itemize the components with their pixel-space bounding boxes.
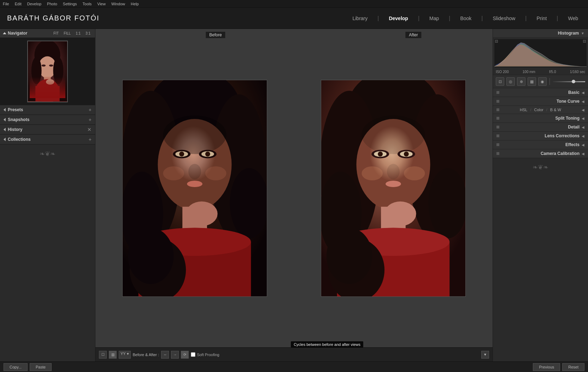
tool-slider[interactable] xyxy=(553,81,585,82)
svg-rect-35 xyxy=(193,205,196,215)
swap-cycle-btn[interactable]: ⟳ Cycles between before and after views xyxy=(181,351,189,359)
menu-photo[interactable]: Photo xyxy=(47,2,57,6)
svg-point-4 xyxy=(53,57,63,84)
svg-point-34 xyxy=(186,201,218,226)
zoom-fill[interactable]: FILL xyxy=(63,31,72,36)
history-header[interactable]: History ✕ xyxy=(0,125,95,134)
nav-print[interactable]: Print xyxy=(534,14,550,23)
view-mode-split-btn[interactable]: ▥ xyxy=(109,351,117,359)
menu-window[interactable]: Window xyxy=(111,2,125,6)
navigator-header[interactable]: Navigator FIT FILL 1:1 3:1 xyxy=(0,29,95,38)
svg-point-9 xyxy=(49,65,53,67)
lens-corrections-title: Lens Corrections xyxy=(501,133,580,138)
bw-tab[interactable]: B & W xyxy=(550,108,561,112)
menu-develop[interactable]: Develop xyxy=(27,2,41,6)
hsl-header[interactable]: HSL / Color / B & W ◀ xyxy=(493,106,588,114)
soft-proofing-toggle[interactable]: Soft Proofing xyxy=(191,352,219,357)
svg-point-8 xyxy=(42,65,46,67)
left-panel-ornament: ❧❦❧ xyxy=(0,145,95,163)
nav-slideshow[interactable]: Slideshow xyxy=(490,14,518,23)
nav-library[interactable]: Library xyxy=(349,14,370,23)
snapshots-header[interactable]: Snapshots + xyxy=(0,115,95,125)
collections-header[interactable]: Collections + xyxy=(0,135,95,144)
navigator-collapse-icon xyxy=(3,32,6,34)
paste-button[interactable]: Paste xyxy=(30,363,52,371)
basic-header[interactable]: Basic ◀ xyxy=(493,88,588,97)
effects-toggle[interactable] xyxy=(496,143,499,146)
menu-edit[interactable]: Edit xyxy=(15,2,22,6)
svg-point-69 xyxy=(327,228,372,284)
effects-header[interactable]: Effects ◀ xyxy=(493,140,588,149)
navigator-thumbnail[interactable] xyxy=(27,41,68,102)
zoom-fit[interactable]: FIT xyxy=(52,31,60,36)
presets-add-btn[interactable]: + xyxy=(89,107,92,113)
zoom-1-1[interactable]: 1:1 xyxy=(75,31,82,36)
reset-button[interactable]: Reset xyxy=(562,363,584,371)
nav-develop[interactable]: Develop xyxy=(386,14,411,23)
menu-help[interactable]: Help xyxy=(131,2,139,6)
swap-before-after-btn[interactable]: ↔ xyxy=(161,351,169,359)
hsl-arrow: ◀ xyxy=(582,108,584,112)
hsl-tab[interactable]: HSL xyxy=(520,108,527,112)
effects-arrow: ◀ xyxy=(582,143,584,147)
crop-tool-btn[interactable]: ⊡ xyxy=(496,77,504,86)
lens-corrections-toggle[interactable] xyxy=(496,134,499,137)
history-close-btn[interactable]: ✕ xyxy=(87,127,92,132)
nav-book[interactable]: Book xyxy=(457,14,474,23)
history-expand-icon xyxy=(4,128,6,131)
expand-toolbar-btn[interactable]: ▼ xyxy=(481,351,489,359)
split-toning-toggle[interactable] xyxy=(496,117,499,120)
previous-button[interactable]: Previous xyxy=(533,363,560,371)
tone-curve-toggle[interactable] xyxy=(496,100,499,103)
nav-web[interactable]: Web xyxy=(565,14,581,23)
nav-map[interactable]: Map xyxy=(427,14,442,23)
detail-header[interactable]: Detail ◀ xyxy=(493,123,588,131)
menu-file[interactable]: File xyxy=(3,2,9,6)
camera-calibration-header[interactable]: Camera Calibration ◀ xyxy=(493,149,588,158)
navigator-title: Navigator xyxy=(8,31,27,36)
before-photo[interactable] xyxy=(122,80,267,297)
copy-button[interactable]: Copy... xyxy=(4,363,28,371)
camera-calibration-arrow: ◀ xyxy=(582,152,584,156)
color-tab[interactable]: Color xyxy=(534,108,543,112)
tone-curve-title: Tone Curve xyxy=(501,99,580,104)
view-mode-dropdown[interactable]: YY ▾ xyxy=(119,351,131,359)
tone-curve-header[interactable]: Tone Curve ◀ xyxy=(493,97,588,106)
snapshots-expand-icon xyxy=(4,118,6,121)
red-eye-tool-btn[interactable]: ⊕ xyxy=(517,77,525,86)
hsl-toggle[interactable] xyxy=(496,108,499,111)
zoom-3-1[interactable]: 3:1 xyxy=(84,31,92,36)
menu-settings[interactable]: Settings xyxy=(63,2,77,6)
menu-bar: File Edit Develop Photo Settings Tools V… xyxy=(0,0,588,8)
svg-rect-65 xyxy=(397,203,400,215)
lens-corrections-header[interactable]: Lens Corrections ◀ xyxy=(493,132,588,140)
menu-tools[interactable]: Tools xyxy=(83,2,92,6)
snapshots-add-btn[interactable]: + xyxy=(89,117,92,122)
split-toning-header[interactable]: Split Toning ◀ xyxy=(493,114,588,122)
right-panel: Histogram ▼ xyxy=(493,29,588,361)
menu-view[interactable]: View xyxy=(97,2,106,6)
presets-header[interactable]: Presets + xyxy=(0,105,95,115)
lens-corrections-section: Lens Corrections ◀ xyxy=(493,132,588,140)
collections-expand-icon xyxy=(4,138,6,141)
copy-to-btn[interactable]: → xyxy=(171,351,179,359)
histogram-header[interactable]: Histogram ▼ xyxy=(493,29,588,38)
camera-calibration-toggle[interactable] xyxy=(496,152,499,155)
spot-removal-tool-btn[interactable]: ◎ xyxy=(506,77,515,86)
svg-point-58 xyxy=(404,166,425,180)
left-bottom-btns: Copy... Paste xyxy=(4,363,52,371)
soft-proofing-label: Soft Proofing xyxy=(197,353,219,357)
detail-section: Detail ◀ xyxy=(493,123,588,132)
detail-toggle[interactable] xyxy=(496,126,499,128)
basic-arrow: ◀ xyxy=(582,91,584,95)
split-toning-arrow: ◀ xyxy=(582,116,584,120)
graduated-filter-tool-btn[interactable]: ▦ xyxy=(528,77,536,86)
radial-filter-tool-btn[interactable]: ◉ xyxy=(538,77,547,86)
collections-add-btn[interactable]: + xyxy=(89,137,92,142)
exif-info: ISO 200 100 mm f/5.0 1/160 sec xyxy=(493,69,588,75)
soft-proofing-checkbox[interactable] xyxy=(191,352,195,357)
view-mode-single-btn[interactable]: ☐ xyxy=(99,351,107,359)
after-photo[interactable] xyxy=(321,80,466,297)
basic-toggle[interactable] xyxy=(496,91,499,94)
svg-point-26 xyxy=(188,164,201,179)
